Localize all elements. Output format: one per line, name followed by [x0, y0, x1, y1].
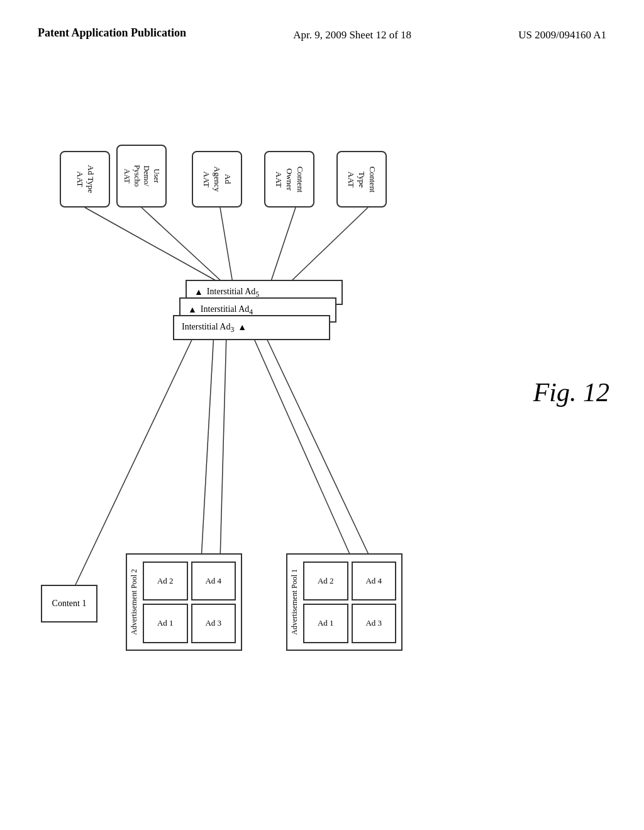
publication-date-sheet: Apr. 9, 2009 Sheet 12 of 18 [293, 25, 411, 43]
svg-line-1 [142, 208, 223, 283]
aat-content-type: ContentTypeAAT [336, 151, 387, 208]
interstitial-ad3: Interstitial Ad3 ▲ [173, 315, 330, 340]
pool2-ad3: Ad 3 [191, 604, 236, 643]
pool1-ad3: Ad 3 [352, 604, 397, 643]
aat-ad-type: Ad TypeAAT [60, 151, 110, 208]
svg-line-3 [270, 208, 296, 283]
figure-label: Fig. 12 [533, 377, 609, 407]
pool1-ad4: Ad 4 [352, 562, 397, 601]
diagram-area: Ad TypeAAT UserDemo/PyschoAAT AdAgencyAA… [0, 69, 644, 811]
advertisement-pool-2: Advertisement Pool 2 Ad 2 Ad 4 Ad 1 Ad 3 [126, 553, 242, 651]
svg-line-9 [264, 333, 371, 560]
content-1-label: Content 1 [52, 599, 87, 609]
svg-line-4 [289, 208, 368, 283]
aat-ad-agency: AdAgencyAAT [192, 151, 242, 208]
pool1-ad1: Ad 1 [303, 604, 348, 643]
svg-line-0 [85, 208, 220, 283]
pool2-ad1: Ad 1 [143, 604, 188, 643]
pool-1-label: Advertisement Pool 1 [290, 569, 299, 635]
svg-line-8 [252, 333, 352, 560]
pool-2-label: Advertisement Pool 2 [130, 569, 139, 635]
content-1-box: Content 1 [41, 585, 97, 622]
svg-line-7 [220, 333, 226, 560]
svg-line-5 [75, 333, 195, 585]
advertisement-pool-1: Advertisement Pool 1 Ad 2 Ad 4 Ad 1 Ad 3 [286, 553, 402, 651]
aat-content-owner: ContentOwnerAAT [264, 151, 314, 208]
publication-number: US 2009/094160 A1 [518, 25, 606, 43]
svg-line-2 [220, 208, 233, 283]
svg-line-6 [201, 333, 214, 560]
page-header: Patent Application Publication Apr. 9, 2… [0, 0, 644, 43]
pool2-ad4: Ad 4 [191, 562, 236, 601]
pool2-ad2: Ad 2 [143, 562, 188, 601]
publication-title: Patent Application Publication [38, 25, 186, 41]
pool1-ad2: Ad 2 [303, 562, 348, 601]
aat-user-demo: UserDemo/PyschoAAT [116, 145, 167, 208]
